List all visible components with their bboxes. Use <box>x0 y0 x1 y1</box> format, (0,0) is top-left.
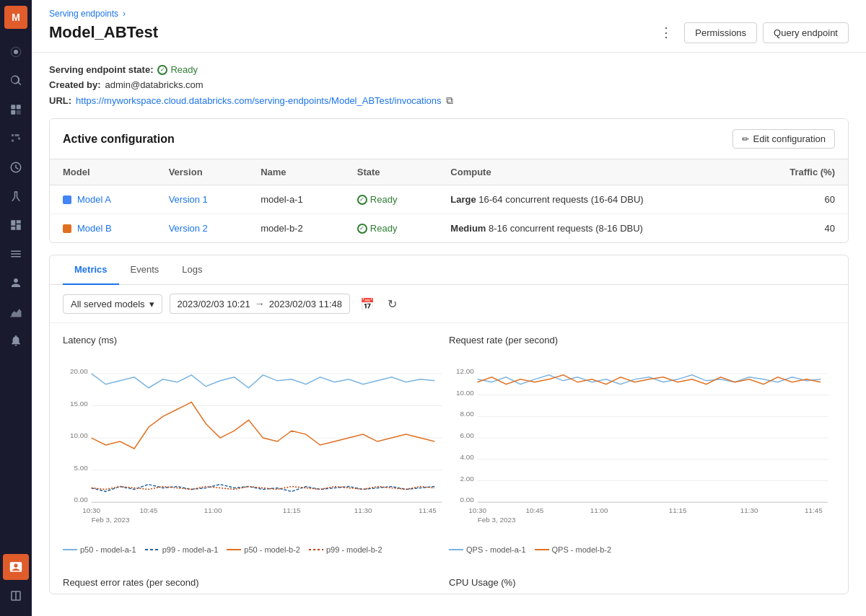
col-traffic: Traffic (%) <box>747 159 848 185</box>
svg-text:5.00: 5.00 <box>74 464 88 472</box>
date-end: 2023/02/03 11:48 <box>269 299 342 309</box>
svg-rect-3 <box>11 110 15 115</box>
sidebar-item-search[interactable] <box>3 68 29 94</box>
sidebar-item-experiment[interactable] <box>3 183 29 209</box>
sidebar-item-list[interactable] <box>3 241 29 267</box>
date-range[interactable]: 2023/02/03 10:21 → 2023/02/03 11:48 <box>170 294 350 314</box>
filter-label: All served models <box>71 299 145 309</box>
breadcrumb-sep: › <box>123 9 126 19</box>
svg-text:6.00: 6.00 <box>460 431 474 439</box>
latency-chart: Latency (ms) 20.00 15.00 10.00 5.00 0.00 <box>63 335 449 566</box>
section-title: Active configuration <box>63 133 175 146</box>
col-name: Name <box>248 159 344 185</box>
svg-text:11:15: 11:15 <box>283 506 301 514</box>
created-by-label: Created by: <box>49 79 101 90</box>
cell-state: Ready <box>344 214 437 243</box>
page-title-row: Model_ABTest ⋮ Permissions Query endpoin… <box>49 22 849 52</box>
error-rate-title: Request error rates (per second) <box>63 577 449 588</box>
svg-text:20.00: 20.00 <box>70 367 88 375</box>
calendar-icon[interactable]: 📅 <box>357 294 377 314</box>
created-by-value: admin@databricks.com <box>105 79 204 90</box>
legend-qps-b: QPS - model-b-2 <box>535 545 612 554</box>
tab-events[interactable]: Events <box>119 255 171 285</box>
cell-state: Ready <box>344 185 437 214</box>
refresh-icon[interactable]: ↻ <box>385 294 400 314</box>
svg-text:11:45: 11:45 <box>419 506 437 514</box>
version-link[interactable]: Version 2 <box>169 223 208 234</box>
sidebar-item-home[interactable] <box>3 39 29 65</box>
cell-version: Version 2 <box>156 214 248 243</box>
header: Serving endpoints › Model_ABTest ⋮ Permi… <box>32 0 866 53</box>
legend-line-p99-a <box>145 549 159 550</box>
query-endpoint-button[interactable]: Query endpoint <box>763 22 849 43</box>
svg-rect-2 <box>17 105 21 109</box>
legend-p50-b: p50 - model-b-2 <box>227 545 300 554</box>
svg-text:10:45: 10:45 <box>526 506 544 514</box>
sidebar-logo[interactable]: M <box>4 6 27 29</box>
permissions-button[interactable]: Permissions <box>684 22 757 43</box>
request-rate-svg: 12.00 10.00 8.00 6.00 4.00 2.00 0.00 <box>449 351 835 539</box>
svg-text:10.00: 10.00 <box>70 431 88 439</box>
breadcrumb-parent[interactable]: Serving endpoints <box>49 9 118 19</box>
sidebar-item-workflow[interactable] <box>3 126 29 151</box>
cell-compute: Large 16-64 concurrent requests (16-64 D… <box>437 185 747 214</box>
sidebar-item-graph[interactable] <box>3 299 29 325</box>
version-link[interactable]: Version 1 <box>169 194 208 205</box>
sidebar-item-alert[interactable] <box>3 327 29 353</box>
table-row: Model A Version 1 model-a-1 Ready Large … <box>50 185 848 214</box>
legend-line-qps-a <box>449 549 463 550</box>
svg-text:10.00: 10.00 <box>456 389 474 397</box>
col-state: State <box>344 159 437 185</box>
section-header: Active configuration ✏ Edit configuratio… <box>50 119 848 159</box>
model-link[interactable]: Model A <box>77 194 111 205</box>
legend-p99-b: p99 - model-b-2 <box>309 545 382 554</box>
status-dot <box>157 65 167 75</box>
latency-legend: p50 - model-a-1 p99 - model-a-1 p50 - mo… <box>63 545 449 554</box>
tab-metrics[interactable]: Metrics <box>63 255 119 285</box>
config-table: Model Version Name State Compute Traffic… <box>50 159 848 242</box>
sidebar-item-data[interactable] <box>3 97 29 123</box>
sidebar-item-clock[interactable] <box>3 154 29 180</box>
svg-text:11:45: 11:45 <box>805 506 823 514</box>
col-compute: Compute <box>437 159 747 185</box>
request-rate-title: Request rate (per second) <box>449 335 835 346</box>
sidebar-item-panel[interactable] <box>3 583 29 609</box>
sidebar-item-feature[interactable] <box>3 212 29 238</box>
svg-text:0.00: 0.00 <box>460 496 474 503</box>
tab-logs[interactable]: Logs <box>170 255 214 285</box>
svg-text:11:30: 11:30 <box>740 506 758 514</box>
svg-text:12.00: 12.00 <box>456 367 474 375</box>
model-filter[interactable]: All served models ▾ <box>63 294 162 314</box>
url-container: https://myworkspace.cloud.databricks.com… <box>76 94 453 107</box>
tabs-row: Metrics Events Logs <box>50 255 848 285</box>
request-rate-chart: Request rate (per second) 12.00 10.00 8.… <box>449 335 835 566</box>
model-color-indicator <box>63 224 71 233</box>
svg-text:10:45: 10:45 <box>140 506 158 514</box>
legend-p50-a: p50 - model-a-1 <box>63 545 136 554</box>
page-title: Model_ABTest <box>49 23 158 42</box>
svg-point-0 <box>14 50 18 54</box>
breadcrumb: Serving endpoints › <box>49 9 849 19</box>
svg-text:11:00: 11:00 <box>204 506 222 514</box>
cell-traffic: 40 <box>747 214 848 243</box>
sidebar-item-people[interactable] <box>3 270 29 296</box>
row-status-dot <box>357 224 367 234</box>
svg-rect-4 <box>17 110 21 115</box>
svg-text:Feb 3, 2023: Feb 3, 2023 <box>478 516 516 524</box>
model-link[interactable]: Model B <box>77 223 112 234</box>
url-value: https://myworkspace.cloud.databricks.com… <box>76 95 442 106</box>
legend-line-p50-a <box>63 549 77 550</box>
edit-icon: ✏ <box>742 134 749 144</box>
content-area: Serving endpoint state: Ready Created by… <box>32 53 866 616</box>
cell-version: Version 1 <box>156 185 248 214</box>
edit-config-button[interactable]: ✏ Edit configuration <box>732 129 835 149</box>
sidebar-item-serving[interactable] <box>3 554 29 580</box>
kebab-menu-button[interactable]: ⋮ <box>654 22 678 43</box>
date-start: 2023/02/03 10:21 <box>178 299 250 309</box>
svg-text:Feb 3, 2023: Feb 3, 2023 <box>92 516 130 524</box>
svg-text:2.00: 2.00 <box>460 475 474 483</box>
legend-line-qps-b <box>535 549 549 550</box>
bottom-chart-titles: Request error rates (per second) CPU Usa… <box>50 577 848 594</box>
copy-icon[interactable]: ⧉ <box>446 94 453 107</box>
state-label: Serving endpoint state: <box>49 64 153 75</box>
